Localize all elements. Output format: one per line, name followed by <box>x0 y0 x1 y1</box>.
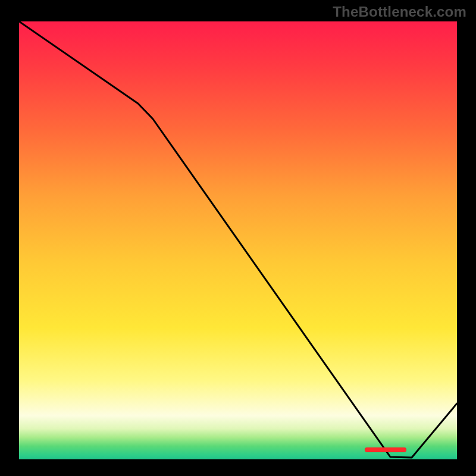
heat-gradient <box>19 21 457 459</box>
watermark-text: TheBottleneck.com <box>333 4 466 20</box>
optimal-range-bar <box>365 447 406 452</box>
chart-stage: TheBottleneck.com <box>0 0 476 476</box>
plot-area <box>19 21 457 459</box>
